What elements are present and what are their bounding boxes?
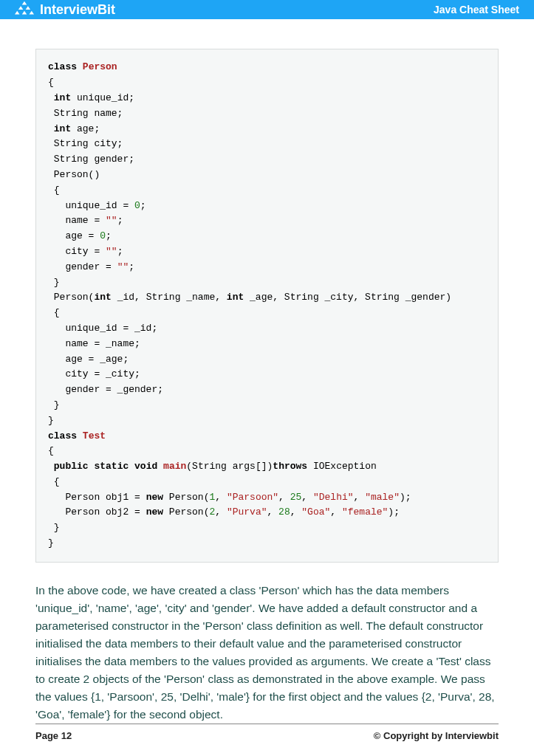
brand-name: InterviewBit xyxy=(40,2,115,18)
svg-marker-1 xyxy=(18,6,24,10)
svg-marker-0 xyxy=(22,1,27,5)
brand-logo: InterviewBit xyxy=(15,0,115,19)
code-block: class Person { int unique_id; String nam… xyxy=(35,49,499,563)
page-footer: Page 12 © Copyright by Interviewbit xyxy=(35,724,499,741)
svg-marker-5 xyxy=(30,11,35,15)
document-title: Java Cheat Sheet xyxy=(434,4,519,16)
svg-marker-4 xyxy=(15,11,20,15)
copyright-text: © Copyright by Interviewbit xyxy=(374,730,499,741)
page-header: InterviewBit Java Cheat Sheet xyxy=(0,0,534,19)
page-content: class Person { int unique_id; String nam… xyxy=(0,19,534,724)
logo-icon xyxy=(15,0,34,19)
svg-marker-3 xyxy=(22,11,27,15)
page-number: Page 12 xyxy=(35,730,72,741)
explanation-paragraph: In the above code, we have created a cla… xyxy=(35,582,499,724)
svg-marker-2 xyxy=(26,6,31,10)
